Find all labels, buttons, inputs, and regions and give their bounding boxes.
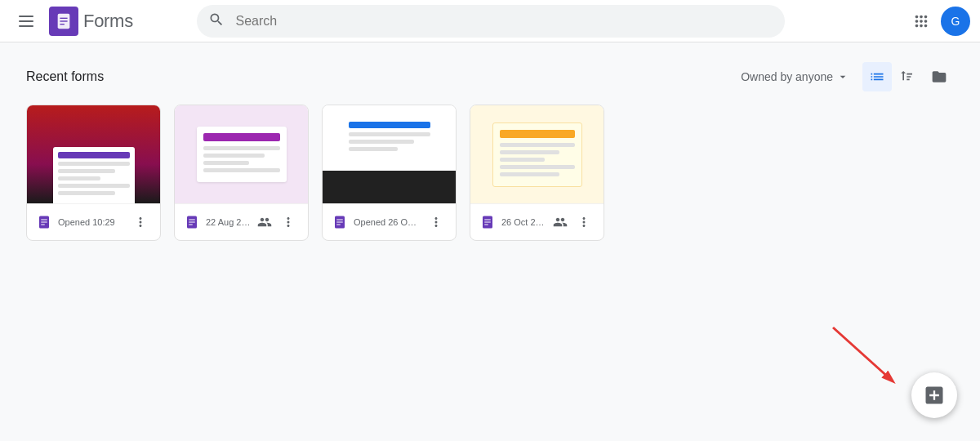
card-more-button[interactable]	[277, 211, 300, 234]
search-input[interactable]	[197, 5, 785, 38]
card-footer: Opened 10:29	[27, 203, 160, 240]
shared-icon	[553, 215, 568, 229]
card-forms-icon	[183, 213, 201, 231]
main-content: Recent forms Owned by anyone	[0, 42, 980, 261]
card-date: 26 Oct 2023	[501, 217, 548, 227]
card-footer: 26 Oct 2023	[470, 203, 604, 240]
thumbnail-form	[197, 127, 287, 182]
svg-line-21	[833, 327, 890, 379]
sort-button[interactable]	[893, 62, 923, 91]
card-more-button[interactable]	[425, 211, 448, 234]
arrow-annotation	[825, 323, 906, 392]
more-vert-icon	[133, 215, 148, 229]
top-nav: Forms G	[0, 0, 980, 42]
forms-icon	[55, 12, 73, 30]
section-title: Recent forms	[26, 69, 104, 84]
card-date: 22 Aug 2024	[206, 217, 252, 227]
apps-button[interactable]	[905, 5, 938, 38]
card-forms-icon	[479, 213, 497, 231]
chevron-down-icon	[836, 70, 849, 83]
forms-logo-icon	[49, 7, 78, 36]
cards-grid: Opened 10:29	[26, 105, 954, 241]
card-forms-icon	[35, 213, 53, 231]
fab-container	[911, 372, 957, 418]
card-forms-icon	[331, 213, 349, 231]
card-meta: 26 Oct 2023	[501, 217, 548, 227]
sort-icon	[900, 69, 916, 85]
thumbnail-form	[53, 147, 135, 203]
form-card[interactable]: 22 Aug 2024	[174, 105, 309, 241]
card-meta: Opened 10:29	[58, 217, 124, 227]
card-date: Opened 26 Oct 2023	[354, 217, 420, 227]
thumbnail-form	[349, 122, 430, 154]
card-date: Opened 10:29	[58, 217, 124, 227]
more-vert-icon	[577, 215, 591, 229]
avatar[interactable]: G	[941, 7, 970, 36]
more-vert-icon	[281, 215, 296, 229]
shared-icon	[257, 215, 272, 229]
section-controls: Owned by anyone	[734, 62, 954, 91]
thumbnail-top	[323, 105, 456, 171]
owner-filter-label: Owned by anyone	[741, 70, 833, 83]
card-thumbnail	[470, 105, 604, 203]
apps-icon	[912, 12, 930, 30]
card-meta: Opened 26 Oct 2023	[354, 217, 420, 227]
folder-view-button[interactable]	[924, 62, 954, 91]
forms-logo[interactable]: Forms	[49, 7, 133, 36]
arrow-svg	[825, 323, 906, 389]
card-footer: 22 Aug 2024	[175, 203, 308, 240]
form-card[interactable]: 26 Oct 2023	[470, 105, 604, 241]
view-buttons	[862, 62, 954, 91]
form-card[interactable]: Opened 26 Oct 2023	[322, 105, 457, 241]
card-more-button[interactable]	[572, 211, 595, 234]
search-bar	[197, 5, 785, 38]
card-more-button[interactable]	[129, 211, 152, 234]
new-form-button[interactable]	[911, 372, 957, 418]
more-vert-icon	[429, 215, 443, 229]
section-header: Recent forms Owned by anyone	[26, 62, 954, 91]
form-card[interactable]: Opened 10:29	[26, 105, 161, 241]
app-title: Forms	[83, 11, 133, 32]
owner-filter[interactable]: Owned by anyone	[734, 67, 856, 87]
menu-button[interactable]	[10, 5, 42, 38]
folder-icon	[931, 69, 947, 85]
add-icon	[923, 384, 946, 407]
card-footer: Opened 26 Oct 2023	[323, 203, 456, 240]
thumbnail-form	[492, 122, 582, 187]
card-thumbnail	[323, 105, 456, 203]
thumbnail-bottom	[323, 171, 456, 203]
hamburger-icon	[19, 16, 33, 27]
card-thumbnail	[175, 105, 308, 203]
nav-right: G	[905, 5, 970, 38]
card-meta: 22 Aug 2024	[206, 217, 252, 227]
card-thumbnail	[27, 105, 160, 203]
list-view-button[interactable]	[862, 62, 892, 91]
list-view-icon	[869, 69, 885, 85]
